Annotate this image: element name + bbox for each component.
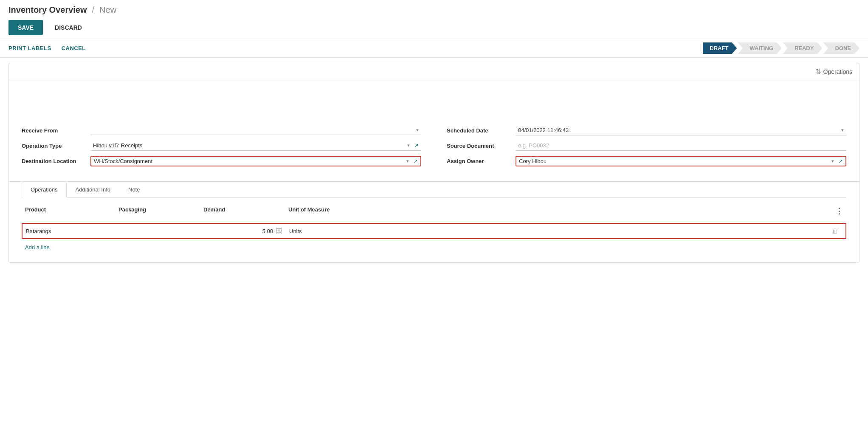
assign-owner-field[interactable]: Cory Hibou ▾ ↗	[516, 156, 846, 166]
destination-location-ext-link-icon[interactable]: ↗	[413, 158, 418, 164]
status-step-waiting[interactable]: WAITING	[738, 42, 782, 54]
tabs-row: Operations Additional Info Note	[22, 182, 846, 198]
form-top-bar: ⇅ Operations	[9, 63, 859, 80]
scheduled-date-label: Scheduled Date	[447, 127, 510, 134]
toolbar: PRINT LABELS CANCEL DRAFT WAITING READY …	[0, 39, 868, 58]
table-section: Product Packaging Demand Unit of Measure…	[9, 201, 859, 262]
left-col: Receive From ▾ Operation Type Hibou v15:…	[22, 123, 421, 169]
form-grid: Receive From ▾ Operation Type Hibou v15:…	[22, 123, 846, 169]
col-packaging: Packaging	[115, 205, 200, 217]
page: Inventory Overview / New SAVE DISCARD PR…	[0, 0, 868, 428]
row-demand-value: 5.00	[204, 228, 273, 234]
scheduled-date-field[interactable]: 04/01/2022 11:46:43 ▾	[516, 125, 846, 135]
print-labels-button[interactable]: PRINT LABELS	[8, 43, 51, 53]
scheduled-date-value: 04/01/2022 11:46:43	[518, 127, 839, 133]
assign-owner-ext-link-icon[interactable]: ↗	[838, 158, 843, 164]
status-step-done-label: DONE	[835, 45, 851, 51]
scheduled-date-row: Scheduled Date 04/01/2022 11:46:43 ▾	[447, 123, 846, 138]
save-button[interactable]: SAVE	[8, 20, 43, 35]
operation-type-value: Hibou v15: Receipts	[93, 142, 405, 149]
status-step-ready[interactable]: READY	[783, 42, 823, 54]
add-line-button[interactable]: Add a line	[22, 241, 53, 254]
status-step-waiting-label: WAITING	[750, 45, 773, 51]
demand-image-icon: 🖼	[276, 227, 282, 235]
receive-from-field[interactable]: ▾	[90, 126, 421, 135]
source-document-label: Source Document	[447, 143, 510, 149]
status-step-draft[interactable]: DRAFT	[703, 42, 737, 54]
assign-owner-value: Cory Hibou	[519, 158, 829, 164]
status-step-done[interactable]: DONE	[823, 42, 860, 54]
row-demand[interactable]: 5.00 🖼	[201, 224, 286, 238]
assign-owner-dropdown-icon: ▾	[831, 158, 834, 164]
receive-from-dropdown-icon: ▾	[416, 127, 419, 133]
operations-label: Operations	[823, 68, 852, 75]
breadcrumb-area: Inventory Overview / New	[0, 0, 868, 17]
operation-type-ext-link-icon[interactable]: ↗	[414, 142, 419, 149]
destination-location-dropdown-icon: ▾	[406, 158, 409, 164]
table-header: Product Packaging Demand Unit of Measure…	[22, 201, 846, 221]
assign-owner-row: Assign Owner Cory Hibou ▾ ↗	[447, 153, 846, 169]
col-demand: Demand	[200, 205, 285, 217]
table-row: Batarangs 5.00 🖼 Units 🗑	[22, 223, 846, 239]
breadcrumb-title: Inventory Overview	[8, 5, 87, 15]
operation-type-field[interactable]: Hibou v15: Receipts ▾ ↗	[90, 141, 421, 151]
destination-location-row: Destination Location WH/Stock/Consignmen…	[22, 153, 421, 169]
operation-type-label: Operation Type	[22, 143, 85, 149]
col-unit-of-measure: Unit of Measure	[285, 205, 829, 217]
scheduled-date-dropdown-icon: ▾	[841, 127, 844, 133]
cancel-button[interactable]: CANCEL	[62, 43, 86, 53]
destination-location-field[interactable]: WH/Stock/Consignment ▾ ↗	[90, 156, 421, 166]
right-col: Scheduled Date 04/01/2022 11:46:43 ▾ Sou…	[447, 123, 846, 169]
tab-note[interactable]: Note	[119, 182, 149, 197]
operations-sort-button[interactable]: ⇅ Operations	[815, 68, 852, 76]
source-document-placeholder: e.g. PO0032	[518, 142, 844, 149]
source-document-field[interactable]: e.g. PO0032	[516, 141, 846, 151]
source-document-row: Source Document e.g. PO0032	[447, 138, 846, 153]
receive-from-label: Receive From	[22, 127, 85, 134]
row-unit-value: Units	[289, 228, 302, 234]
row-product-value: Batarangs	[26, 228, 51, 234]
status-step-draft-label: DRAFT	[710, 45, 728, 51]
tab-operations[interactable]: Operations	[22, 182, 67, 198]
row-unit-of-measure: Units	[286, 225, 829, 238]
col-product: Product	[22, 205, 115, 217]
destination-location-value: WH/Stock/Consignment	[94, 158, 404, 164]
operation-type-row: Operation Type Hibou v15: Receipts ▾ ↗	[22, 138, 421, 153]
form-top-empty	[9, 80, 859, 114]
main-form: ⇅ Operations Receive From ▾	[8, 63, 860, 263]
form-body: Receive From ▾ Operation Type Hibou v15:…	[9, 114, 859, 181]
action-bar: SAVE DISCARD	[0, 17, 868, 39]
sort-icon: ⇅	[815, 68, 821, 76]
tabs-container: Operations Additional Info Note	[9, 181, 859, 198]
operation-type-dropdown-icon: ▾	[407, 143, 410, 148]
breadcrumb-separator: /	[92, 5, 95, 15]
discard-button[interactable]: DISCARD	[48, 21, 89, 34]
tab-additional-info[interactable]: Additional Info	[67, 182, 119, 197]
row-packaging	[116, 228, 201, 234]
status-step-ready-label: READY	[795, 45, 814, 51]
receive-from-row: Receive From ▾	[22, 123, 421, 138]
destination-location-label: Destination Location	[22, 158, 85, 164]
breadcrumb-current: New	[99, 5, 116, 15]
status-steps: DRAFT WAITING READY DONE	[703, 42, 860, 54]
row-product[interactable]: Batarangs	[23, 225, 116, 238]
table-column-menu-icon[interactable]: ⋮	[829, 205, 846, 217]
assign-owner-label: Assign Owner	[447, 158, 510, 164]
delete-row-button[interactable]: 🗑	[829, 224, 845, 238]
